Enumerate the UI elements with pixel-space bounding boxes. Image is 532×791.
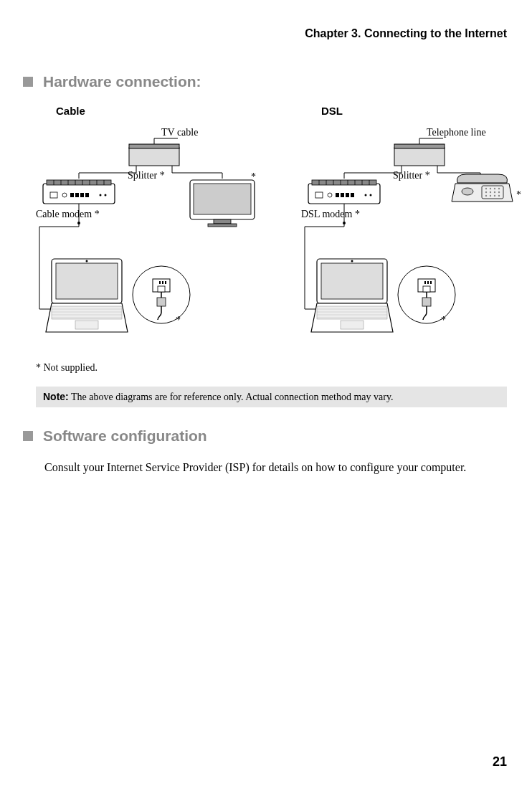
- svg-rect-28: [56, 263, 118, 299]
- svg-rect-94: [430, 281, 432, 284]
- ethernet-zoom-icon: [133, 266, 190, 323]
- telephone-icon: [452, 174, 513, 202]
- page-number: 21: [493, 754, 507, 769]
- svg-rect-44: [394, 144, 445, 148]
- svg-rect-60: [341, 193, 344, 197]
- svg-rect-42: [157, 298, 166, 306]
- note-box: Note: The above diagrams are for referen…: [36, 387, 507, 407]
- svg-point-75: [490, 195, 491, 196]
- svg-rect-35: [75, 321, 98, 329]
- svg-rect-40: [162, 281, 163, 284]
- svg-rect-23: [194, 184, 251, 214]
- splitter-label: Splitter *: [128, 170, 165, 181]
- svg-rect-0: [129, 148, 179, 166]
- bullet-icon: [23, 431, 33, 441]
- svg-point-29: [86, 260, 88, 262]
- svg-point-78: [462, 188, 473, 195]
- ethernet-zoom-icon: [398, 266, 455, 323]
- svg-point-68: [494, 188, 495, 189]
- dsl-source-label: Telephone line: [427, 127, 486, 138]
- svg-rect-91: [423, 286, 430, 292]
- hardware-heading: Hardware connection:: [23, 73, 507, 90]
- svg-point-64: [370, 194, 372, 196]
- laptop-icon: [46, 259, 128, 332]
- hardware-title: Hardware connection:: [43, 73, 201, 90]
- svg-point-74: [485, 195, 487, 196]
- svg-point-70: [485, 191, 487, 193]
- svg-point-26: [77, 222, 80, 224]
- svg-point-69: [498, 188, 500, 189]
- note-text: The above diagrams are for reference onl…: [71, 392, 394, 402]
- svg-rect-95: [422, 298, 431, 306]
- laptop-icon: [311, 259, 393, 332]
- monitor-asterisk: *: [251, 171, 256, 182]
- dsl-diagram: DSL Telephone line Splitter *: [301, 105, 523, 355]
- svg-rect-81: [321, 263, 383, 299]
- svg-rect-59: [336, 193, 339, 197]
- svg-rect-41: [165, 281, 166, 284]
- svg-point-79: [343, 222, 346, 224]
- svg-rect-93: [427, 281, 429, 284]
- svg-rect-65: [482, 186, 503, 199]
- svg-point-77: [498, 195, 500, 196]
- dsl-diagram-svg: Telephone line Splitter *: [301, 123, 523, 352]
- cable-diagram-svg: TV cable Splitter *: [36, 123, 258, 352]
- phone-asterisk: *: [516, 189, 521, 200]
- svg-rect-43: [394, 148, 445, 166]
- svg-rect-18: [80, 193, 84, 197]
- cable-source-label: TV cable: [161, 127, 198, 138]
- software-title: Software configuration: [43, 427, 207, 445]
- splitter-icon: [394, 138, 445, 166]
- svg-rect-39: [159, 281, 161, 284]
- dsl-splitter-label: Splitter *: [393, 170, 430, 181]
- cable-diagram: Cable TV cable Splitter *: [36, 105, 258, 355]
- svg-rect-61: [346, 193, 349, 197]
- hardware-section: Hardware connection: Cable TV cable Spli…: [23, 73, 507, 407]
- svg-rect-38: [158, 286, 165, 292]
- svg-rect-5: [47, 180, 111, 185]
- dsl-title: DSL: [321, 105, 523, 117]
- svg-point-82: [351, 260, 353, 262]
- chapter-header: Chapter 3. Connecting to the Internet: [23, 27, 507, 40]
- cable-title: Cable: [56, 105, 258, 117]
- svg-point-73: [498, 191, 500, 193]
- svg-point-66: [485, 188, 487, 189]
- svg-rect-24: [214, 219, 231, 224]
- modem-label: Cable modem *: [36, 209, 100, 219]
- modem-icon: [308, 180, 380, 204]
- svg-point-76: [494, 195, 495, 196]
- svg-rect-19: [85, 193, 89, 197]
- ethernet-asterisk: *: [176, 315, 181, 326]
- diagrams-row: Cable TV cable Splitter *: [36, 105, 507, 355]
- svg-rect-83: [317, 306, 387, 319]
- svg-point-71: [490, 191, 491, 193]
- svg-rect-1: [129, 144, 179, 148]
- monitor-icon: [190, 180, 255, 227]
- splitter-icon: [129, 138, 179, 166]
- not-supplied-note: * Not supplied.: [36, 362, 507, 374]
- software-heading: Software configuration: [23, 427, 507, 445]
- dsl-modem-label: DSL modem *: [301, 209, 360, 219]
- modem-icon: [43, 180, 115, 204]
- svg-rect-48: [312, 180, 376, 185]
- svg-rect-92: [424, 281, 426, 284]
- svg-rect-88: [341, 321, 364, 329]
- svg-point-20: [100, 194, 102, 196]
- bullet-icon: [23, 77, 33, 87]
- svg-point-67: [490, 188, 491, 189]
- software-body: Consult your Internet Service Provider (…: [44, 459, 507, 476]
- dsl-ethernet-asterisk: *: [441, 315, 446, 326]
- svg-rect-30: [52, 306, 122, 319]
- svg-point-72: [494, 191, 495, 193]
- svg-rect-62: [351, 193, 354, 197]
- svg-rect-16: [70, 193, 74, 197]
- svg-rect-25: [208, 224, 237, 227]
- svg-rect-17: [75, 193, 79, 197]
- note-label: Note:: [43, 391, 69, 402]
- svg-point-63: [365, 194, 367, 196]
- svg-point-21: [105, 194, 107, 196]
- software-section: Software configuration Consult your Inte…: [23, 427, 507, 476]
